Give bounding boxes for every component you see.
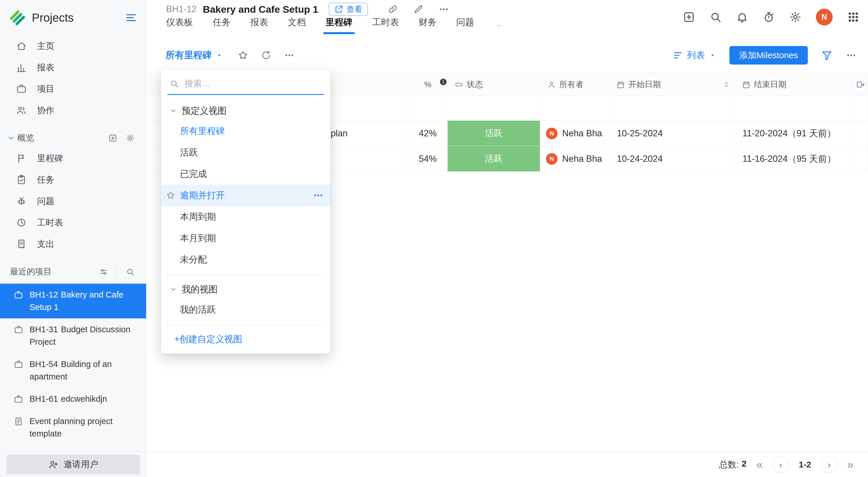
column-header-status[interactable]: 状态 xyxy=(447,73,540,96)
view-item-more-icon[interactable] xyxy=(313,190,323,201)
filter-sliders-icon[interactable] xyxy=(99,267,108,276)
sidebar-item-tasks[interactable]: 任务 xyxy=(0,169,146,190)
tab-documents[interactable]: 文档 xyxy=(288,16,306,34)
view-item-overdue-open[interactable]: 逾期并打开 xyxy=(161,185,331,206)
predefined-views-header[interactable]: 预定义视图 xyxy=(161,101,331,120)
sidebar-item-collab[interactable]: 协作 xyxy=(0,99,146,121)
view-button-label: 查看 xyxy=(347,4,362,14)
overview-title: 概览 xyxy=(18,132,108,144)
end-date-cell[interactable]: 11-20-2024（91 天前） xyxy=(735,121,853,146)
owner-cell[interactable]: N Neha Bha xyxy=(540,146,609,172)
start-date-cell[interactable]: 10-24-2024 xyxy=(609,146,735,172)
column-label: 所有者 xyxy=(559,79,584,90)
prev-page-icon[interactable]: ‹ xyxy=(773,456,789,473)
main-area: BH1-12 Bakery and Cafe Setup 1 查看 仪表板 任务… xyxy=(146,0,868,477)
favorite-star-icon[interactable] xyxy=(238,50,248,60)
link-icon[interactable] xyxy=(388,4,398,14)
tab-milestones[interactable]: 里程碑 xyxy=(326,16,352,34)
view-button[interactable]: 查看 xyxy=(329,3,368,16)
column-header-percent[interactable]: % xyxy=(408,73,447,96)
sidebar-item-home[interactable]: 主页 xyxy=(0,35,146,57)
tab-tasks[interactable]: 任务 xyxy=(213,16,230,34)
tabs-more-icon[interactable] xyxy=(494,24,504,34)
tab-issues[interactable]: 问题 xyxy=(456,16,474,34)
view-selector-label: 所有里程碑 xyxy=(165,49,212,62)
more-options-icon[interactable] xyxy=(439,4,449,14)
sidebar-collapse-icon[interactable] xyxy=(125,11,137,24)
percent-cell: 54% xyxy=(408,146,447,172)
search-icon[interactable] xyxy=(709,11,722,23)
page-range: 1-2 xyxy=(799,459,811,470)
status-badge[interactable]: 活跃 xyxy=(447,146,540,171)
overview-section-header[interactable]: 概览 xyxy=(0,128,146,148)
owner-cell[interactable]: N Neha Bha xyxy=(540,121,609,146)
app-grid-icon[interactable] xyxy=(847,11,859,23)
view-item-my-active[interactable]: 我的活跃 xyxy=(161,299,331,320)
calendar-icon xyxy=(742,80,750,89)
timer-icon[interactable] xyxy=(763,11,775,23)
layout-selector-dropdown[interactable]: 列表 xyxy=(673,49,716,61)
view-item-due-this-month[interactable]: 本月到期 xyxy=(161,228,331,249)
add-column-header[interactable] xyxy=(853,73,868,96)
status-badge[interactable]: 活跃 xyxy=(447,121,540,146)
view-item-unassigned[interactable]: 未分配 xyxy=(161,249,331,270)
sidebar-item-reports[interactable]: 报表 xyxy=(0,57,146,78)
sidebar-item-timesheet[interactable]: 工时表 xyxy=(0,212,146,233)
start-date-cell[interactable]: 10-25-2024 xyxy=(609,121,735,146)
status-cell: 活跃 xyxy=(447,121,540,146)
info-icon[interactable] xyxy=(439,77,447,87)
sidebar-item-projects[interactable]: 项目 xyxy=(0,78,146,99)
toolbar-right-more-icon[interactable] xyxy=(846,50,857,60)
sidebar-item-milestones[interactable]: 里程碑 xyxy=(0,148,146,169)
invite-users-button[interactable]: 邀请用户 xyxy=(6,455,140,474)
edit-icon[interactable] xyxy=(413,4,424,14)
my-views-header[interactable]: 我的视图 xyxy=(161,280,331,299)
toolbar-more-icon[interactable] xyxy=(284,50,294,60)
gear-icon[interactable] xyxy=(126,134,134,142)
column-header-start-date[interactable]: 开始日期 xyxy=(609,73,735,96)
view-item-all-milestones[interactable]: 所有里程碑 xyxy=(161,120,331,142)
next-page-icon[interactable]: › xyxy=(821,456,837,473)
tab-timesheet[interactable]: 工时表 xyxy=(372,16,399,34)
star-icon[interactable] xyxy=(166,191,175,200)
user-avatar[interactable]: N xyxy=(816,9,833,26)
sidebar-item-expenses[interactable]: 支出 xyxy=(0,233,146,255)
project-item-bh1-54[interactable]: BH1-54Building of an apartment xyxy=(0,353,146,388)
add-column-icon xyxy=(856,80,865,89)
quick-add-icon[interactable] xyxy=(683,11,695,23)
view-item-completed[interactable]: 已完成 xyxy=(161,163,331,185)
column-header-owner[interactable]: 所有者 xyxy=(540,73,609,96)
project-item-bh1-12[interactable]: BH1-12Bakery and Cafe Setup 1 xyxy=(0,284,146,318)
refresh-icon[interactable] xyxy=(261,50,271,60)
add-widget-icon[interactable] xyxy=(108,134,117,142)
project-item-bh1-59[interactable]: BH1-59event mangament xyxy=(0,445,146,446)
first-page-icon[interactable]: « xyxy=(756,459,763,470)
settings-gear-icon[interactable] xyxy=(789,11,802,23)
end-date-cell[interactable]: 11-16-2024（95 天前） xyxy=(735,146,853,172)
tab-finance[interactable]: 财务 xyxy=(418,16,437,34)
person-icon xyxy=(547,80,556,89)
project-item-bh1-31[interactable]: BH1-31Budget Discussion Project xyxy=(0,318,146,353)
tab-reports[interactable]: 报表 xyxy=(250,16,268,34)
sidebar-item-issues[interactable]: 问题 xyxy=(0,190,146,212)
notifications-bell-icon[interactable] xyxy=(736,11,748,23)
project-item-bh1-61[interactable]: BH1-61edcwehikdjn xyxy=(0,388,146,410)
owner-name: Neha Bha xyxy=(562,128,602,139)
view-item-due-this-week[interactable]: 本周到期 xyxy=(161,206,331,228)
search-icon[interactable] xyxy=(126,267,134,276)
view-selector-dropdown[interactable]: 所有里程碑 xyxy=(165,49,223,62)
last-page-icon[interactable]: » xyxy=(847,459,854,470)
chevron-down-icon xyxy=(169,286,177,293)
tab-dashboard[interactable]: 仪表板 xyxy=(166,16,193,34)
add-milestones-button[interactable]: 添加Milestones xyxy=(730,46,808,64)
view-search-input[interactable] xyxy=(184,79,322,89)
column-header-end-date[interactable]: 结束日期 xyxy=(735,73,853,96)
filter-funnel-icon[interactable] xyxy=(821,50,833,61)
project-header: BH1-12 Bakery and Cafe Setup 1 查看 仪表板 任务… xyxy=(146,0,868,36)
person-add-icon xyxy=(48,459,58,470)
create-custom-view-link[interactable]: +创建自定义视图 xyxy=(161,330,331,349)
project-item-event-template[interactable]: Event planning project template xyxy=(0,410,146,445)
project-icon xyxy=(16,84,27,94)
view-item-active[interactable]: 活跃 xyxy=(161,142,331,163)
sort-icon[interactable] xyxy=(722,81,731,89)
